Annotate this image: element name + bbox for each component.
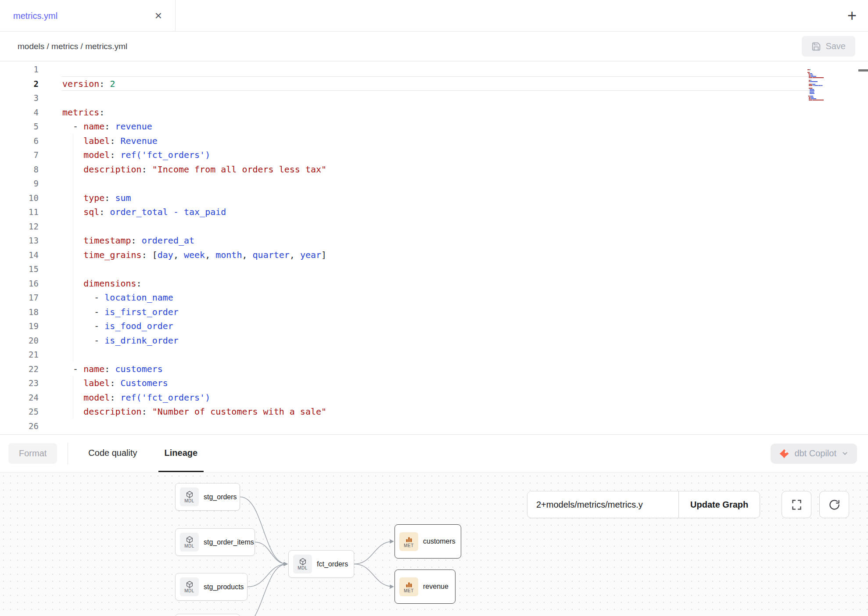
lineage-node-stg_products[interactable]: MDLstg_products [175, 573, 247, 601]
code-line[interactable]: 16 dimensions: [0, 276, 868, 291]
code-line[interactable]: 9 [0, 176, 868, 191]
code-line[interactable]: 24 model: ref('fct_orders') [0, 390, 868, 405]
line-number: 11 [0, 205, 39, 219]
code-line[interactable]: 2version: 2 [0, 77, 868, 91]
line-number: 16 [0, 276, 39, 291]
fullscreen-button[interactable] [782, 491, 811, 518]
save-label: Save [825, 41, 846, 51]
line-number: 9 [0, 176, 39, 191]
update-graph-button[interactable]: Update Graph [678, 491, 760, 518]
code-text: description: "Income from all orders les… [39, 162, 326, 177]
code-line[interactable]: 12 [0, 219, 868, 234]
node-label: stg_products [204, 583, 244, 591]
lineage-node-stg_order_items[interactable]: MDLstg_order_items [175, 528, 255, 556]
code-line[interactable]: 18 - is_first_order [0, 305, 868, 319]
save-button[interactable]: Save [802, 36, 855, 57]
code-line[interactable]: 23 label: Customers [0, 376, 868, 390]
code-line[interactable]: 19 - is_food_order [0, 319, 868, 333]
line-number: 1 [0, 62, 39, 77]
indent-guide [73, 219, 73, 234]
node-badge: MET [404, 589, 413, 593]
code-line[interactable]: 1 [0, 62, 868, 77]
code-line[interactable]: 15 [0, 262, 868, 276]
code-text: label: Customers [39, 376, 168, 390]
line-number: 22 [0, 362, 39, 376]
model-icon: MDL [180, 577, 199, 596]
code-text [39, 419, 62, 433]
code-line[interactable]: 10 type: sum [0, 191, 868, 205]
metric-icon: MET [399, 532, 418, 551]
dbt-copilot-button[interactable]: dbt Copilot [771, 444, 857, 464]
line-number: 18 [0, 305, 39, 319]
lineage-panel[interactable]: MDLstg_ordersMDLstg_order_itemsMDLstg_pr… [0, 472, 868, 616]
code-editor[interactable]: 12version: 234metrics:5 - name: revenue6… [0, 61, 868, 434]
node-label: revenue [423, 583, 448, 591]
line-number: 14 [0, 248, 39, 262]
lineage-node-customers[interactable]: METcustomers [395, 524, 461, 559]
metric-icon: MET [399, 577, 418, 596]
tab-bar: metrics.yml × + [0, 0, 868, 32]
format-button[interactable]: Format [8, 443, 57, 464]
code-line[interactable]: 20 - is_drink_order [0, 333, 868, 348]
code-line[interactable]: 17 - location_name [0, 290, 868, 305]
code-line[interactable]: 7 model: ref('fct_orders') [0, 148, 868, 162]
code-text: description: "Number of customers with a… [39, 405, 326, 419]
indent-guide [73, 262, 73, 276]
node-label: stg_orders [204, 493, 237, 501]
line-number: 26 [0, 419, 39, 433]
code-line[interactable]: 21 [0, 347, 868, 362]
editor-toolbar: Format Code qualityLineage dbt Copilot [0, 434, 868, 472]
code-text: version: 2 [39, 77, 115, 91]
node-badge: MET [404, 544, 413, 548]
minimap[interactable] [807, 68, 831, 102]
lineage-node-fct_orders[interactable]: MDLfct_orders [288, 550, 354, 578]
code-line[interactable]: 8 description: "Income from all orders l… [0, 162, 868, 177]
node-label: fct_orders [317, 560, 348, 568]
code-line[interactable]: 4metrics: [0, 105, 868, 120]
refresh-button[interactable] [819, 491, 849, 518]
toolbar-tab-lineage[interactable]: Lineage [158, 435, 204, 472]
lineage-node-revenue[interactable]: METrevenue [395, 569, 456, 604]
code-line[interactable]: 6 label: Revenue [0, 134, 868, 148]
node-badge: MDL [298, 566, 307, 570]
close-icon[interactable]: × [155, 10, 162, 22]
line-number: 2 [0, 77, 39, 91]
code-text: time_grains: [day, week, month, quarter,… [39, 248, 326, 262]
code-line[interactable]: 25 description: "Number of customers wit… [0, 405, 868, 419]
statusbar-tabs: Code qualityLineage [82, 435, 219, 472]
node-badge: MDL [184, 544, 194, 548]
tab-metrics-yml[interactable]: metrics.yml × [0, 0, 176, 32]
code-text: sql: order_total - tax_paid [39, 205, 226, 219]
toolbar-tab-code-quality[interactable]: Code quality [82, 435, 143, 472]
code-line[interactable]: 5 - name: revenue [0, 119, 868, 134]
scrollbar-thumb[interactable] [858, 69, 868, 72]
line-number: 13 [0, 233, 39, 248]
code-line[interactable]: 26 [0, 419, 868, 433]
line-number: 7 [0, 148, 39, 162]
new-tab-button[interactable]: + [847, 8, 857, 24]
code-line[interactable]: 13 timestamp: ordered_at [0, 233, 868, 248]
code-line[interactable]: 14 time_grains: [day, week, month, quart… [0, 248, 868, 262]
code-text [39, 347, 62, 362]
code-text: - name: revenue [39, 119, 152, 134]
lineage-node-stg_orders[interactable]: MDLstg_orders [175, 483, 240, 511]
code-line[interactable]: 22 - name: customers [0, 362, 868, 376]
node-label: customers [423, 537, 456, 545]
code-text: - location_name [39, 290, 173, 305]
refresh-icon [829, 499, 840, 511]
node-badge: MDL [184, 589, 194, 593]
line-number: 19 [0, 319, 39, 333]
lineage-node-partial_node[interactable]: MDL [175, 614, 240, 616]
line-number: 10 [0, 191, 39, 205]
chevron-down-icon [841, 450, 849, 457]
code-line[interactable]: 3 [0, 91, 868, 105]
line-number: 25 [0, 405, 39, 419]
line-number: 24 [0, 390, 39, 405]
minimap-row [807, 100, 831, 102]
code-text: dimensions: [39, 276, 142, 291]
lineage-search-input[interactable] [527, 491, 678, 518]
code-text: - name: customers [39, 362, 163, 376]
code-line[interactable]: 11 sql: order_total - tax_paid [0, 205, 868, 219]
save-icon [811, 42, 821, 51]
line-number: 23 [0, 376, 39, 390]
